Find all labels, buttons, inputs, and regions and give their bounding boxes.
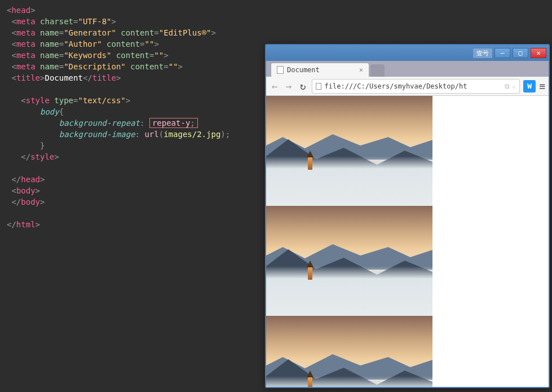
close-window-button[interactable]: ✕ bbox=[531, 48, 546, 58]
devices-icon[interactable]: ⧉ bbox=[505, 82, 510, 90]
file-icon bbox=[316, 83, 321, 90]
new-tab-button[interactable] bbox=[370, 64, 385, 77]
bg-image-tile bbox=[266, 96, 432, 206]
tab-close-button[interactable]: × bbox=[359, 66, 363, 74]
browser-window: 壹号 — ▢ ✕ Document × ← → ↻ file:///C:/Use… bbox=[265, 44, 550, 388]
background-repeat-y-strip bbox=[266, 96, 432, 387]
address-text: file:///C:/Users/smyhvae/Desktop/ht bbox=[325, 82, 467, 90]
maximize-button[interactable]: ▢ bbox=[513, 48, 528, 58]
tab-title: Document bbox=[287, 66, 320, 74]
browser-titlebar: 壹号 — ▢ ✕ bbox=[266, 45, 549, 61]
ime-label: 壹号 bbox=[473, 49, 492, 58]
menu-button[interactable]: ≡ bbox=[539, 80, 545, 92]
bg-image-tile bbox=[266, 206, 432, 316]
browser-tabstrip: Document × bbox=[266, 61, 549, 77]
browser-content bbox=[266, 96, 549, 387]
browser-toolbar: ← → ↻ file:///C:/Users/smyhvae/Desktop/h… bbox=[266, 77, 549, 96]
address-bar[interactable]: file:///C:/Users/smyhvae/Desktop/ht ⧉ ☆ bbox=[312, 79, 520, 94]
forward-button[interactable]: → bbox=[284, 80, 294, 92]
document-icon bbox=[277, 66, 284, 74]
star-icon[interactable]: ☆ bbox=[512, 82, 516, 90]
minimize-button[interactable]: — bbox=[494, 48, 510, 58]
back-button[interactable]: ← bbox=[270, 80, 280, 92]
extension-icon[interactable]: W bbox=[523, 80, 536, 93]
reload-button[interactable]: ↻ bbox=[298, 80, 308, 92]
bg-image-tile bbox=[266, 316, 432, 387]
browser-tab[interactable]: Document × bbox=[271, 63, 369, 77]
